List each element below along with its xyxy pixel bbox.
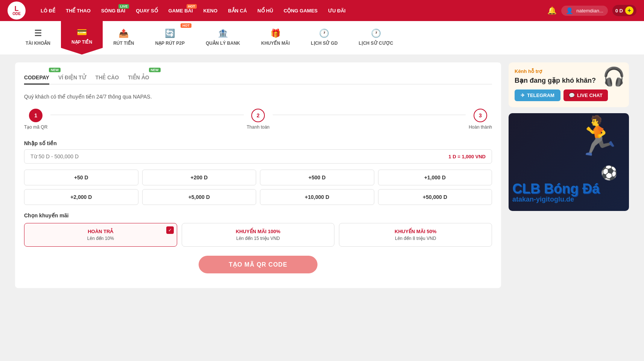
step-1: 1 Tạo mã QR <box>24 109 47 130</box>
step-2-label: Thanh toán <box>247 124 270 130</box>
soccer-ball-icon: ⚽ <box>601 165 618 181</box>
create-qr-button[interactable]: TẠO MÃ QR CODE <box>199 256 317 273</box>
tab-codepay[interactable]: CODEPAY NEW <box>24 71 49 85</box>
promo-image-text: CLB Bóng Đá atakan-yigitoglu.de <box>512 182 625 203</box>
telegram-button[interactable]: ✈ TELEGRAM <box>515 89 560 101</box>
livechat-button[interactable]: 💬 LIVE CHAT <box>564 89 608 101</box>
promo-hoan-tra[interactable]: ✓ HOÀN TRẢ Lên đến 10% <box>24 223 177 247</box>
nav-game-bai[interactable]: GAME BÀI HOT <box>164 6 197 16</box>
promo-sub-text: atakan-yigitoglu.de <box>512 196 625 203</box>
quick-amounts-grid: +50 D +200 D +500 D +1,000 D +2,000 D +5… <box>24 170 492 205</box>
promo-50-title: KHUYẾN MÃI 50% <box>345 229 486 234</box>
secnav-rut-tien[interactable]: 📤 RÚT TIỀN <box>103 21 144 55</box>
tab-tien-ao[interactable]: TIỀN ẢO NEW <box>128 71 149 84</box>
tab-the-cao[interactable]: THẺ CÀO <box>96 71 119 84</box>
quick-50000[interactable]: +50,000 D <box>378 189 492 205</box>
nav-no-hu[interactable]: NỔ HŨ <box>253 6 278 16</box>
live-badge: LIVE <box>118 4 129 9</box>
secnav-nap-tien[interactable]: 💳 NẠP TIỀN <box>61 21 103 55</box>
promo-100[interactable]: KHUYẾN MÃI 100% Lên đến 15 triệu VND <box>182 223 335 247</box>
promo-hoan-tra-desc: Lên đến 10% <box>30 236 172 241</box>
payment-tabs: CODEPAY NEW VÍ ĐIỆN TỬ THẺ CÀO TIỀN ẢO N… <box>24 71 492 85</box>
right-panel: Kênh hỗ trợ Bạn đang gặp khó khăn? ✈ TEL… <box>509 62 629 288</box>
rut-tien-icon: 📤 <box>118 29 129 38</box>
amount-input-wrap: 1 D = 1,000 VND <box>24 149 492 164</box>
nav-items: LÔ ĐỀ THỂ THAO SÒNG BÀI LIVE QUAY SỐ GAM… <box>36 6 544 16</box>
hot-badge-p2p: HOT <box>181 23 191 28</box>
step-line-2 <box>273 115 466 115</box>
main-content: CODEPAY NEW VÍ ĐIỆN TỬ THẺ CÀO TIỀN ẢO N… <box>0 55 644 296</box>
secondary-navigation: ☰ TÀI KHOẢN 💳 NẠP TIỀN 📤 RÚT TIỀN HOT 🔄 … <box>0 21 644 55</box>
nap-tien-icon: 💳 <box>77 27 87 37</box>
secnav-lich-su-gd[interactable]: 🕐 LỊCH SỬ GD <box>300 21 348 55</box>
amount-input[interactable] <box>30 153 448 159</box>
hot-badge: HOT <box>187 4 197 9</box>
user-area[interactable]: 👤 natemdian... <box>561 6 608 16</box>
nav-right: 🔔 👤 natemdian... 0 D + <box>547 5 636 16</box>
quick-5000[interactable]: +5,000 D <box>142 189 257 205</box>
promo-options: ✓ HOÀN TRẢ Lên đến 10% KHUYẾN MÃI 100% L… <box>24 223 492 247</box>
left-panel: CODEPAY NEW VÍ ĐIỆN TỬ THẺ CÀO TIỀN ẢO N… <box>15 62 501 288</box>
user-avatar-icon: 👤 <box>566 7 573 14</box>
nav-keno[interactable]: KENO <box>199 6 222 16</box>
step-line-1 <box>50 115 243 115</box>
quick-2000[interactable]: +2,000 D <box>24 189 138 205</box>
secnav-khuyen-mai[interactable]: 🎁 KHUYẾN MÃI <box>251 21 300 55</box>
promo-100-desc: Lên đến 15 triệu VND <box>187 236 329 241</box>
amount-label: Nhập số tiền <box>24 140 492 146</box>
notification-bell-icon[interactable]: 🔔 <box>547 6 557 15</box>
username: natemdian... <box>576 8 603 14</box>
new-badge-tien-ao: NEW <box>149 68 161 72</box>
cta-wrap: TẠO MÃ QR CODE <box>24 256 492 273</box>
balance-area: 0 D + <box>612 5 636 16</box>
secnav-nap-rut-p2p[interactable]: HOT 🔄 NẠP RÚT P2P <box>144 21 195 55</box>
promo-banner: 🏃 ⚽ CLB Bóng Đá atakan-yigitoglu.de <box>509 113 629 211</box>
promo-check-icon: ✓ <box>166 226 174 234</box>
nav-song-bai[interactable]: SÒNG BÀI LIVE <box>97 6 130 16</box>
promo-100-title: KHUYẾN MÃI 100% <box>187 229 329 234</box>
step-1-label: Tạo mã QR <box>24 124 47 130</box>
nav-quay-so[interactable]: QUAY SỐ <box>131 6 162 16</box>
support-buttons: ✈ TELEGRAM 💬 LIVE CHAT <box>515 89 623 101</box>
promo-50[interactable]: KHUYẾN MÃI 50% Lên đến 8 triệu VND <box>339 223 492 247</box>
quick-200[interactable]: +200 D <box>142 170 257 185</box>
support-emoji-icon: 🎧 <box>603 66 625 87</box>
logo[interactable]: L ODE <box>8 2 26 20</box>
tai-khoan-icon: ☰ <box>34 29 42 38</box>
khuyen-mai-icon: 🎁 <box>270 29 281 38</box>
lich-su-cuoc-icon: 🕐 <box>371 29 381 38</box>
quick-10000[interactable]: +10,000 D <box>260 189 374 205</box>
soccer-player-icon: 🏃 <box>574 117 621 155</box>
promo-big-text: CLB Bóng Đá <box>512 182 625 196</box>
amount-section: Nhập số tiền 1 D = 1,000 VND <box>24 140 492 164</box>
step-3-label: Hoàn thành <box>469 124 492 130</box>
nap-rut-p2p-icon: 🔄 <box>165 29 175 38</box>
step-2-circle: 2 <box>251 109 265 122</box>
step-2: 2 Thanh toán <box>247 109 270 130</box>
tab-vi-dien-tu[interactable]: VÍ ĐIỆN TỬ <box>58 71 87 84</box>
secnav-quan-ly-bank[interactable]: 🏦 QUẢN LÝ BANK <box>195 21 251 55</box>
step-3: 3 Hoàn thành <box>469 109 492 130</box>
promo-hoan-tra-title: HOÀN TRẢ <box>30 229 172 234</box>
nav-cong-games[interactable]: CỘNG GAMES <box>279 6 322 16</box>
logo-circle: L ODE <box>8 2 26 20</box>
support-card: Kênh hỗ trợ Bạn đang gặp khó khăn? ✈ TEL… <box>509 62 629 107</box>
balance-amount: 0 D <box>615 8 623 14</box>
nav-lo-de[interactable]: LÔ ĐỀ <box>36 6 60 16</box>
promo-50-desc: Lên đến 8 triệu VND <box>345 236 486 241</box>
description-text: Quý khách có thể chuyển tiền 24/7 thông … <box>24 94 492 100</box>
exchange-rate: 1 D = 1,000 VND <box>448 154 486 159</box>
nav-uu-dai[interactable]: ƯU ĐÃI <box>324 6 350 16</box>
nav-ban-ca[interactable]: BẮN CÁ <box>223 6 251 16</box>
secnav-tai-khoan[interactable]: ☰ TÀI KHOẢN <box>15 21 61 55</box>
nav-the-thao[interactable]: THỂ THAO <box>61 6 95 16</box>
add-balance-button[interactable]: + <box>625 6 633 15</box>
step-1-circle: 1 <box>29 109 43 122</box>
quan-ly-bank-icon: 🏦 <box>218 29 228 38</box>
quick-50[interactable]: +50 D <box>24 170 138 185</box>
quick-500[interactable]: +500 D <box>260 170 374 185</box>
lich-su-gd-icon: 🕐 <box>319 29 329 38</box>
quick-1000[interactable]: +1,000 D <box>378 170 492 185</box>
promo-label: Chọn khuyến mãi <box>24 212 492 218</box>
secnav-lich-su-cuoc[interactable]: 🕐 LỊCH SỬ CƯỢC <box>348 21 404 55</box>
